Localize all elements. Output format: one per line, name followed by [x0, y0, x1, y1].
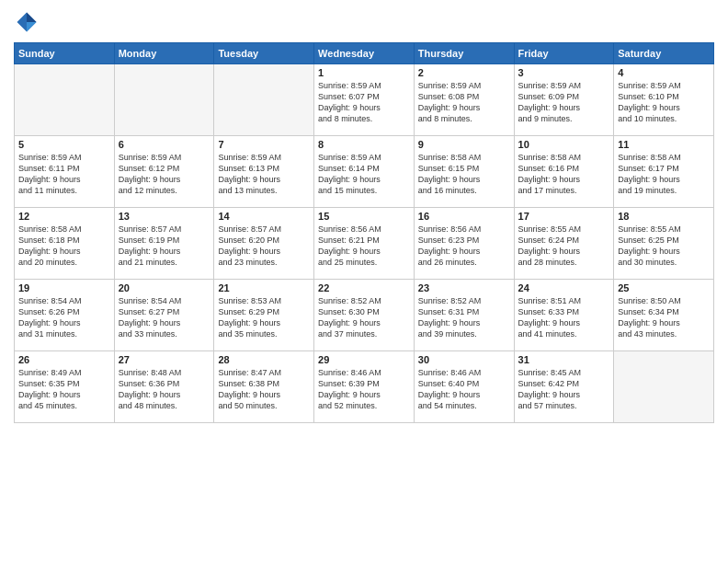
day-number: 29: [318, 354, 410, 365]
day-number: 26: [18, 354, 110, 365]
day-number: 14: [218, 211, 310, 222]
calendar-cell: [15, 64, 115, 136]
weekday-header-sunday: Sunday: [15, 43, 115, 64]
day-info: Sunrise: 8:45 AM Sunset: 6:42 PM Dayligh…: [518, 367, 610, 412]
day-number: 24: [518, 282, 610, 293]
day-info: Sunrise: 8:55 AM Sunset: 6:24 PM Dayligh…: [518, 224, 610, 269]
calendar-cell: 17Sunrise: 8:55 AM Sunset: 6:24 PM Dayli…: [514, 208, 614, 280]
calendar-cell: 1Sunrise: 8:59 AM Sunset: 6:07 PM Daylig…: [314, 64, 415, 136]
day-number: 22: [318, 282, 410, 293]
day-info: Sunrise: 8:47 AM Sunset: 6:38 PM Dayligh…: [218, 367, 310, 412]
day-info: Sunrise: 8:57 AM Sunset: 6:19 PM Dayligh…: [119, 224, 210, 269]
day-number: 17: [518, 211, 610, 222]
logo: [14, 9, 43, 35]
svg-marker-1: [27, 13, 37, 23]
day-number: 13: [119, 211, 210, 222]
day-info: Sunrise: 8:49 AM Sunset: 6:35 PM Dayligh…: [18, 367, 110, 412]
calendar-cell: 6Sunrise: 8:59 AM Sunset: 6:12 PM Daylig…: [114, 136, 214, 208]
day-number: 9: [418, 139, 510, 150]
day-number: 28: [218, 354, 310, 365]
day-info: Sunrise: 8:48 AM Sunset: 6:36 PM Dayligh…: [119, 367, 210, 412]
weekday-header-wednesday: Wednesday: [314, 43, 415, 64]
logo-icon: [14, 9, 40, 35]
day-info: Sunrise: 8:56 AM Sunset: 6:23 PM Dayligh…: [418, 224, 510, 269]
calendar-week-0: 1Sunrise: 8:59 AM Sunset: 6:07 PM Daylig…: [15, 64, 714, 136]
day-info: Sunrise: 8:59 AM Sunset: 6:10 PM Dayligh…: [618, 80, 710, 125]
calendar-cell: [114, 64, 214, 136]
calendar-cell: 21Sunrise: 8:53 AM Sunset: 6:29 PM Dayli…: [214, 280, 314, 351]
day-info: Sunrise: 8:58 AM Sunset: 6:18 PM Dayligh…: [18, 224, 110, 269]
calendar-cell: 28Sunrise: 8:47 AM Sunset: 6:38 PM Dayli…: [214, 351, 314, 423]
day-info: Sunrise: 8:46 AM Sunset: 6:39 PM Dayligh…: [318, 367, 410, 412]
day-info: Sunrise: 8:56 AM Sunset: 6:21 PM Dayligh…: [318, 224, 410, 269]
weekday-header-row: SundayMondayTuesdayWednesdayThursdayFrid…: [15, 43, 714, 64]
weekday-header-thursday: Thursday: [414, 43, 514, 64]
weekday-header-monday: Monday: [114, 43, 214, 64]
calendar-cell: 30Sunrise: 8:46 AM Sunset: 6:40 PM Dayli…: [414, 351, 514, 423]
day-number: 12: [18, 211, 110, 222]
day-number: 31: [518, 354, 610, 365]
day-number: 15: [318, 211, 410, 222]
calendar-cell: 15Sunrise: 8:56 AM Sunset: 6:21 PM Dayli…: [314, 208, 415, 280]
day-number: 19: [18, 282, 110, 293]
day-info: Sunrise: 8:52 AM Sunset: 6:31 PM Dayligh…: [418, 295, 510, 340]
calendar-cell: 13Sunrise: 8:57 AM Sunset: 6:19 PM Dayli…: [114, 208, 214, 280]
weekday-header-tuesday: Tuesday: [214, 43, 314, 64]
calendar-cell: 3Sunrise: 8:59 AM Sunset: 6:09 PM Daylig…: [514, 64, 614, 136]
day-info: Sunrise: 8:59 AM Sunset: 6:13 PM Dayligh…: [218, 152, 310, 197]
calendar-cell: [214, 64, 314, 136]
day-number: 4: [618, 67, 710, 78]
day-info: Sunrise: 8:59 AM Sunset: 6:14 PM Dayligh…: [318, 152, 410, 197]
day-number: 11: [618, 139, 710, 150]
calendar-week-3: 19Sunrise: 8:54 AM Sunset: 6:26 PM Dayli…: [15, 280, 714, 351]
calendar-cell: 7Sunrise: 8:59 AM Sunset: 6:13 PM Daylig…: [214, 136, 314, 208]
calendar-cell: 24Sunrise: 8:51 AM Sunset: 6:33 PM Dayli…: [514, 280, 614, 351]
day-info: Sunrise: 8:59 AM Sunset: 6:12 PM Dayligh…: [119, 152, 210, 197]
calendar-cell: 25Sunrise: 8:50 AM Sunset: 6:34 PM Dayli…: [614, 280, 714, 351]
day-number: 27: [119, 354, 210, 365]
calendar-cell: 27Sunrise: 8:48 AM Sunset: 6:36 PM Dayli…: [114, 351, 214, 423]
day-number: 3: [518, 67, 610, 78]
calendar-cell: 23Sunrise: 8:52 AM Sunset: 6:31 PM Dayli…: [414, 280, 514, 351]
calendar-cell: 31Sunrise: 8:45 AM Sunset: 6:42 PM Dayli…: [514, 351, 614, 423]
day-info: Sunrise: 8:53 AM Sunset: 6:29 PM Dayligh…: [218, 295, 310, 340]
calendar-cell: 10Sunrise: 8:58 AM Sunset: 6:16 PM Dayli…: [514, 136, 614, 208]
calendar-cell: 20Sunrise: 8:54 AM Sunset: 6:27 PM Dayli…: [114, 280, 214, 351]
day-number: 5: [18, 139, 110, 150]
day-info: Sunrise: 8:59 AM Sunset: 6:07 PM Dayligh…: [318, 80, 410, 125]
day-number: 20: [119, 282, 210, 293]
calendar-table: SundayMondayTuesdayWednesdayThursdayFrid…: [14, 42, 714, 423]
day-number: 2: [418, 67, 510, 78]
calendar-cell: 11Sunrise: 8:58 AM Sunset: 6:17 PM Dayli…: [614, 136, 714, 208]
calendar-week-1: 5Sunrise: 8:59 AM Sunset: 6:11 PM Daylig…: [15, 136, 714, 208]
calendar-cell: 18Sunrise: 8:55 AM Sunset: 6:25 PM Dayli…: [614, 208, 714, 280]
day-info: Sunrise: 8:50 AM Sunset: 6:34 PM Dayligh…: [618, 295, 710, 340]
calendar-cell: 26Sunrise: 8:49 AM Sunset: 6:35 PM Dayli…: [15, 351, 115, 423]
calendar-cell: 9Sunrise: 8:58 AM Sunset: 6:15 PM Daylig…: [414, 136, 514, 208]
header: [14, 9, 714, 35]
calendar-cell: 4Sunrise: 8:59 AM Sunset: 6:10 PM Daylig…: [614, 64, 714, 136]
day-number: 30: [418, 354, 510, 365]
day-info: Sunrise: 8:58 AM Sunset: 6:16 PM Dayligh…: [518, 152, 610, 197]
calendar-cell: [614, 351, 714, 423]
day-info: Sunrise: 8:59 AM Sunset: 6:11 PM Dayligh…: [18, 152, 110, 197]
day-number: 23: [418, 282, 510, 293]
day-info: Sunrise: 8:59 AM Sunset: 6:08 PM Dayligh…: [418, 80, 510, 125]
day-info: Sunrise: 8:54 AM Sunset: 6:27 PM Dayligh…: [119, 295, 210, 340]
day-number: 25: [618, 282, 710, 293]
day-info: Sunrise: 8:58 AM Sunset: 6:17 PM Dayligh…: [618, 152, 710, 197]
day-number: 6: [119, 139, 210, 150]
day-number: 16: [418, 211, 510, 222]
calendar-cell: 19Sunrise: 8:54 AM Sunset: 6:26 PM Dayli…: [15, 280, 115, 351]
day-number: 10: [518, 139, 610, 150]
day-number: 18: [618, 211, 710, 222]
calendar-cell: 16Sunrise: 8:56 AM Sunset: 6:23 PM Dayli…: [414, 208, 514, 280]
calendar-cell: 5Sunrise: 8:59 AM Sunset: 6:11 PM Daylig…: [15, 136, 115, 208]
svg-marker-2: [27, 22, 37, 32]
day-number: 8: [318, 139, 410, 150]
day-number: 7: [218, 139, 310, 150]
calendar-cell: 14Sunrise: 8:57 AM Sunset: 6:20 PM Dayli…: [214, 208, 314, 280]
calendar-cell: 22Sunrise: 8:52 AM Sunset: 6:30 PM Dayli…: [314, 280, 415, 351]
calendar-week-4: 26Sunrise: 8:49 AM Sunset: 6:35 PM Dayli…: [15, 351, 714, 423]
calendar-cell: 2Sunrise: 8:59 AM Sunset: 6:08 PM Daylig…: [414, 64, 514, 136]
